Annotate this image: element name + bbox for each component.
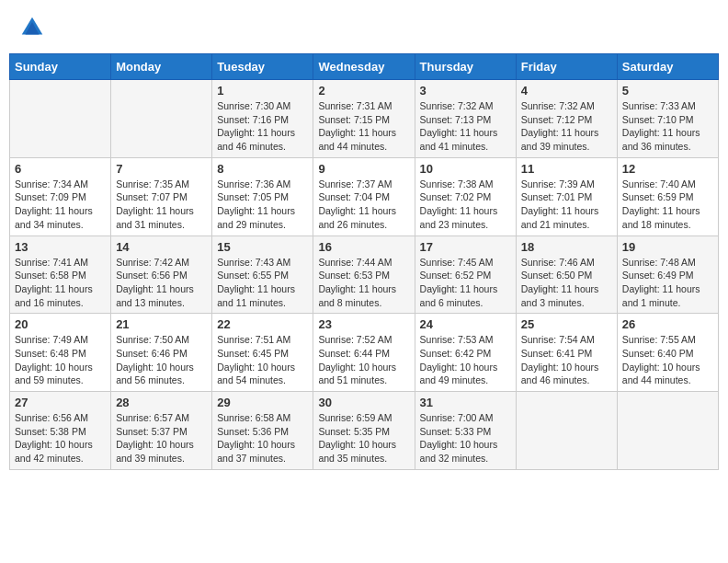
- day-number: 2: [318, 84, 409, 98]
- day-number: 25: [521, 317, 612, 331]
- day-number: 18: [521, 240, 612, 254]
- calendar-cell: 30Sunrise: 6:59 AM Sunset: 5:35 PM Dayli…: [313, 392, 415, 470]
- header-cell-thursday: Thursday: [415, 54, 516, 80]
- calendar-body: 1Sunrise: 7:30 AM Sunset: 7:16 PM Daylig…: [10, 80, 719, 470]
- day-number: 31: [420, 396, 511, 409]
- day-number: 8: [217, 162, 308, 176]
- header-cell-tuesday: Tuesday: [212, 54, 313, 80]
- header-cell-saturday: Saturday: [617, 54, 718, 80]
- day-number: 26: [622, 317, 713, 331]
- calendar-cell: 21Sunrise: 7:50 AM Sunset: 6:46 PM Dayli…: [111, 314, 212, 392]
- day-detail: Sunrise: 7:44 AM Sunset: 6:53 PM Dayligh…: [318, 256, 409, 310]
- day-detail: Sunrise: 7:32 AM Sunset: 7:13 PM Dayligh…: [420, 99, 511, 154]
- day-detail: Sunrise: 7:41 AM Sunset: 6:58 PM Dayligh…: [15, 256, 106, 310]
- day-number: 22: [217, 317, 308, 331]
- calendar-cell: 5Sunrise: 7:33 AM Sunset: 7:10 PM Daylig…: [617, 80, 718, 158]
- day-detail: Sunrise: 7:00 AM Sunset: 5:33 PM Dayligh…: [420, 411, 511, 465]
- calendar-cell: 4Sunrise: 7:32 AM Sunset: 7:12 PM Daylig…: [516, 80, 617, 158]
- calendar-cell: 19Sunrise: 7:48 AM Sunset: 6:49 PM Dayli…: [617, 236, 718, 314]
- day-number: 21: [116, 317, 207, 331]
- day-detail: Sunrise: 7:49 AM Sunset: 6:48 PM Dayligh…: [15, 333, 106, 387]
- day-number: 12: [622, 162, 713, 176]
- day-number: 6: [15, 162, 106, 176]
- day-detail: Sunrise: 6:58 AM Sunset: 5:36 PM Dayligh…: [217, 411, 308, 465]
- calendar-cell: [617, 392, 718, 470]
- day-detail: Sunrise: 7:52 AM Sunset: 6:44 PM Dayligh…: [318, 333, 409, 387]
- day-number: 24: [420, 317, 511, 331]
- calendar-week-3: 20Sunrise: 7:49 AM Sunset: 6:48 PM Dayli…: [10, 314, 719, 392]
- header-cell-sunday: Sunday: [10, 54, 111, 80]
- day-number: 9: [318, 162, 409, 176]
- day-detail: Sunrise: 7:39 AM Sunset: 7:01 PM Dayligh…: [521, 178, 612, 232]
- calendar-table: SundayMondayTuesdayWednesdayThursdayFrid…: [9, 53, 719, 470]
- header-cell-friday: Friday: [516, 54, 617, 80]
- day-number: 14: [116, 240, 207, 254]
- calendar-cell: 8Sunrise: 7:36 AM Sunset: 7:05 PM Daylig…: [212, 157, 313, 236]
- calendar-cell: [10, 80, 111, 158]
- day-detail: Sunrise: 7:53 AM Sunset: 6:42 PM Dayligh…: [420, 333, 511, 387]
- header-cell-wednesday: Wednesday: [313, 54, 415, 80]
- calendar-cell: 22Sunrise: 7:51 AM Sunset: 6:45 PM Dayli…: [212, 314, 313, 392]
- day-number: 17: [420, 240, 511, 254]
- calendar-cell: 29Sunrise: 6:58 AM Sunset: 5:36 PM Dayli…: [212, 392, 313, 470]
- day-detail: Sunrise: 7:51 AM Sunset: 6:45 PM Dayligh…: [217, 333, 308, 387]
- day-number: 29: [217, 396, 308, 409]
- page-header: [9, 9, 719, 46]
- day-number: 15: [217, 240, 308, 254]
- day-detail: Sunrise: 7:46 AM Sunset: 6:50 PM Dayligh…: [521, 256, 612, 310]
- calendar-cell: 3Sunrise: 7:32 AM Sunset: 7:13 PM Daylig…: [415, 80, 516, 158]
- calendar-cell: 15Sunrise: 7:43 AM Sunset: 6:55 PM Dayli…: [212, 236, 313, 314]
- calendar-cell: 13Sunrise: 7:41 AM Sunset: 6:58 PM Dayli…: [10, 236, 111, 314]
- day-number: 4: [521, 84, 612, 98]
- calendar-cell: 16Sunrise: 7:44 AM Sunset: 6:53 PM Dayli…: [313, 236, 415, 314]
- calendar-cell: 1Sunrise: 7:30 AM Sunset: 7:16 PM Daylig…: [212, 80, 313, 158]
- calendar-cell: 11Sunrise: 7:39 AM Sunset: 7:01 PM Dayli…: [516, 157, 617, 236]
- calendar-cell: 7Sunrise: 7:35 AM Sunset: 7:07 PM Daylig…: [111, 157, 212, 236]
- day-detail: Sunrise: 7:48 AM Sunset: 6:49 PM Dayligh…: [622, 256, 713, 310]
- day-detail: Sunrise: 7:40 AM Sunset: 6:59 PM Dayligh…: [622, 178, 713, 232]
- day-detail: Sunrise: 7:37 AM Sunset: 7:04 PM Dayligh…: [318, 178, 409, 232]
- logo: [18, 14, 48, 41]
- day-detail: Sunrise: 7:54 AM Sunset: 6:41 PM Dayligh…: [521, 333, 612, 387]
- calendar-week-1: 6Sunrise: 7:34 AM Sunset: 7:09 PM Daylig…: [10, 157, 719, 236]
- day-number: 28: [116, 396, 207, 409]
- day-detail: Sunrise: 6:56 AM Sunset: 5:38 PM Dayligh…: [15, 411, 106, 465]
- calendar-header: SundayMondayTuesdayWednesdayThursdayFrid…: [10, 54, 719, 80]
- calendar-week-4: 27Sunrise: 6:56 AM Sunset: 5:38 PM Dayli…: [10, 392, 719, 470]
- day-number: 27: [15, 396, 106, 409]
- day-detail: Sunrise: 7:35 AM Sunset: 7:07 PM Dayligh…: [116, 178, 207, 232]
- day-number: 7: [116, 162, 207, 176]
- day-detail: Sunrise: 6:59 AM Sunset: 5:35 PM Dayligh…: [318, 411, 409, 465]
- day-number: 20: [15, 317, 106, 331]
- calendar-cell: 26Sunrise: 7:55 AM Sunset: 6:40 PM Dayli…: [617, 314, 718, 392]
- day-number: 23: [318, 317, 409, 331]
- calendar-cell: 20Sunrise: 7:49 AM Sunset: 6:48 PM Dayli…: [10, 314, 111, 392]
- calendar-cell: 28Sunrise: 6:57 AM Sunset: 5:37 PM Dayli…: [111, 392, 212, 470]
- day-detail: Sunrise: 7:32 AM Sunset: 7:12 PM Dayligh…: [521, 99, 612, 154]
- calendar-cell: 9Sunrise: 7:37 AM Sunset: 7:04 PM Daylig…: [313, 157, 415, 236]
- day-detail: Sunrise: 7:45 AM Sunset: 6:52 PM Dayligh…: [420, 256, 511, 310]
- day-detail: Sunrise: 7:33 AM Sunset: 7:10 PM Dayligh…: [622, 99, 713, 154]
- day-detail: Sunrise: 7:31 AM Sunset: 7:15 PM Dayligh…: [318, 99, 409, 154]
- calendar-week-0: 1Sunrise: 7:30 AM Sunset: 7:16 PM Daylig…: [10, 80, 719, 158]
- day-detail: Sunrise: 7:30 AM Sunset: 7:16 PM Dayligh…: [217, 99, 308, 154]
- calendar-cell: 2Sunrise: 7:31 AM Sunset: 7:15 PM Daylig…: [313, 80, 415, 158]
- header-cell-monday: Monday: [111, 54, 212, 80]
- day-number: 30: [318, 396, 409, 409]
- calendar-cell: 24Sunrise: 7:53 AM Sunset: 6:42 PM Dayli…: [415, 314, 516, 392]
- day-detail: Sunrise: 7:50 AM Sunset: 6:46 PM Dayligh…: [116, 333, 207, 387]
- calendar-cell: 12Sunrise: 7:40 AM Sunset: 6:59 PM Dayli…: [617, 157, 718, 236]
- calendar-cell: 14Sunrise: 7:42 AM Sunset: 6:56 PM Dayli…: [111, 236, 212, 314]
- calendar-cell: 27Sunrise: 6:56 AM Sunset: 5:38 PM Dayli…: [10, 392, 111, 470]
- calendar-cell: 31Sunrise: 7:00 AM Sunset: 5:33 PM Dayli…: [415, 392, 516, 470]
- day-detail: Sunrise: 6:57 AM Sunset: 5:37 PM Dayligh…: [116, 411, 207, 465]
- calendar-week-2: 13Sunrise: 7:41 AM Sunset: 6:58 PM Dayli…: [10, 236, 719, 314]
- calendar-cell: 10Sunrise: 7:38 AM Sunset: 7:02 PM Dayli…: [415, 157, 516, 236]
- day-detail: Sunrise: 7:36 AM Sunset: 7:05 PM Dayligh…: [217, 178, 308, 232]
- day-detail: Sunrise: 7:43 AM Sunset: 6:55 PM Dayligh…: [217, 256, 308, 310]
- day-number: 13: [15, 240, 106, 254]
- day-detail: Sunrise: 7:55 AM Sunset: 6:40 PM Dayligh…: [622, 333, 713, 387]
- calendar-cell: [516, 392, 617, 470]
- day-detail: Sunrise: 7:34 AM Sunset: 7:09 PM Dayligh…: [15, 178, 106, 232]
- calendar-cell: 25Sunrise: 7:54 AM Sunset: 6:41 PM Dayli…: [516, 314, 617, 392]
